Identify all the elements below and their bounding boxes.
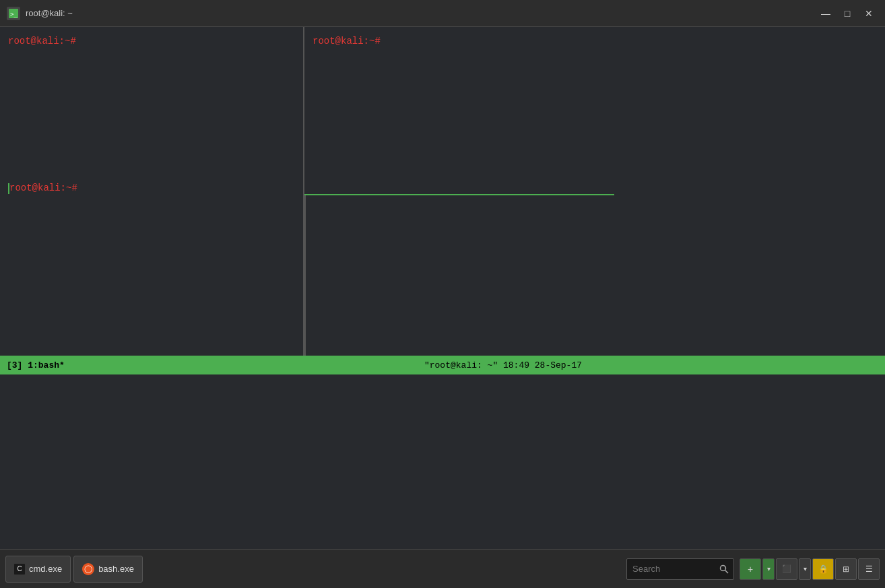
add-tab-btn[interactable]: + [740, 558, 761, 580]
window-controls: — □ ✕ [816, 4, 878, 23]
status-bar-info: "root@kali: ~" 18:49 28-Sep-17 [128, 360, 878, 370]
tmux-status-bar: [3] 1:bash* "root@kali: ~" 18:49 28-Sep-… [0, 356, 885, 374]
search-icon [719, 564, 729, 574]
prompt-left-top: root@kali:~# [8, 36, 76, 46]
search-icon-button[interactable] [717, 562, 731, 577]
pane-lower[interactable] [0, 374, 885, 549]
terminal-area: root@kali:~# root@kali:~# root@kali:~# [… [0, 27, 885, 549]
split-view-btn[interactable]: ⬛ [776, 558, 797, 580]
vertical-continuation-line [304, 195, 306, 356]
status-bar-session: [3] 1:bash* [7, 360, 128, 370]
cmd-icon: C [14, 564, 25, 575]
close-button[interactable]: ✕ [859, 4, 878, 23]
maximize-button[interactable]: □ [838, 4, 857, 23]
prompt-left-bottom: root@kali:~# [9, 183, 77, 193]
terminal-icon: >_ [7, 7, 20, 20]
pane-right[interactable]: root@kali:~# [304, 27, 885, 356]
search-input-wrapper [626, 558, 734, 580]
svg-line-3 [725, 570, 729, 573]
horizontal-split-line [304, 194, 614, 195]
bash-exe-button[interactable]: ◯ bash.exe [73, 556, 143, 583]
taskbar-search-area: + ▾ ⬛ ▾ 🔒 ⊞ ☰ [626, 558, 880, 580]
tab-dropdown-btn[interactable]: ▾ [762, 558, 775, 580]
split-dropdown-btn[interactable]: ▾ [799, 558, 811, 580]
split-pane-container: root@kali:~# root@kali:~# root@kali:~# [0, 27, 885, 356]
bash-btn-label: bash.exe [98, 564, 134, 574]
taskbar-right-buttons: + ▾ ⬛ ▾ 🔒 ⊞ ☰ [740, 558, 880, 580]
taskbar: C cmd.exe ◯ bash.exe + ▾ ⬛ [0, 549, 885, 588]
title-bar-left: >_ root@kali: ~ [7, 7, 73, 20]
svg-point-2 [721, 565, 726, 570]
menu-btn[interactable]: ☰ [858, 558, 880, 580]
cmd-exe-button[interactable]: C cmd.exe [5, 556, 71, 583]
grid-btn[interactable]: ⊞ [835, 558, 857, 580]
ubuntu-icon: ◯ [82, 563, 94, 575]
svg-text:>_: >_ [10, 11, 18, 18]
minimize-button[interactable]: — [816, 4, 835, 23]
lock-btn[interactable]: 🔒 [812, 558, 834, 580]
title-bar: >_ root@kali: ~ — □ ✕ [0, 0, 885, 27]
prompt-right-top: root@kali:~# [313, 36, 381, 46]
cmd-btn-label: cmd.exe [29, 564, 62, 574]
window-title: root@kali: ~ [26, 8, 73, 18]
pane-left[interactable]: root@kali:~# root@kali:~# [0, 27, 303, 356]
